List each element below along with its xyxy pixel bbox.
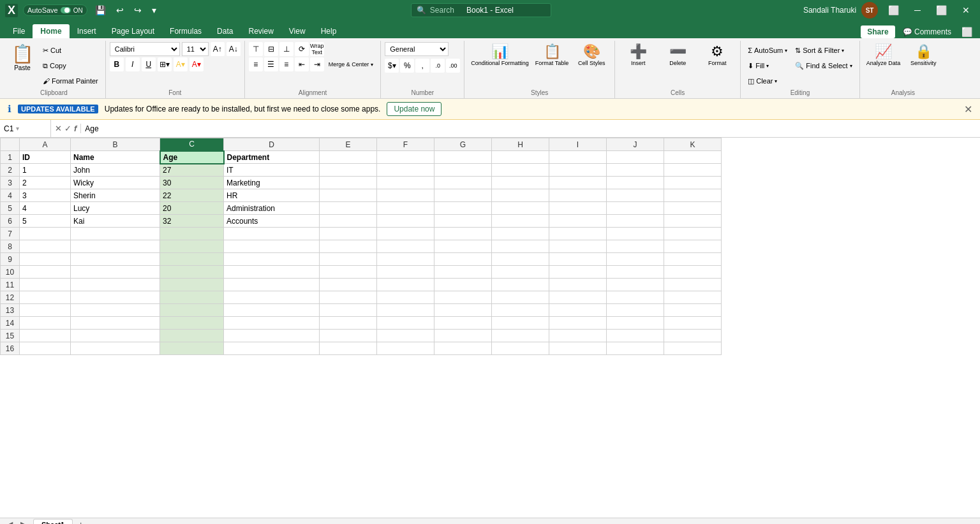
cell-A8[interactable] bbox=[20, 240, 71, 253]
cell-D2[interactable]: IT bbox=[224, 164, 320, 177]
cell-H16[interactable] bbox=[492, 342, 549, 355]
cell-D7[interactable] bbox=[224, 228, 320, 240]
cell-K12[interactable] bbox=[664, 291, 722, 304]
cell-C11[interactable] bbox=[160, 279, 224, 291]
cell-A1[interactable]: ID bbox=[20, 151, 71, 164]
cell-B12[interactable] bbox=[71, 291, 160, 304]
update-close-button[interactable]: ✕ bbox=[964, 103, 972, 115]
cell-C10[interactable] bbox=[160, 266, 224, 279]
cell-I6[interactable] bbox=[549, 215, 607, 228]
cell-K16[interactable] bbox=[664, 342, 722, 355]
cell-B16[interactable] bbox=[71, 342, 160, 355]
cell-B2[interactable]: John bbox=[71, 164, 160, 177]
cell-D9[interactable] bbox=[224, 253, 320, 266]
cell-G6[interactable] bbox=[434, 215, 492, 228]
align-right-button[interactable]: ≡ bbox=[279, 57, 293, 71]
cell-F3[interactable] bbox=[377, 177, 434, 189]
format-cells-button[interactable]: ⚙ Format bbox=[698, 42, 736, 68]
cell-D10[interactable] bbox=[224, 266, 320, 279]
cell-J3[interactable] bbox=[607, 177, 664, 189]
cell-B15[interactable] bbox=[71, 330, 160, 342]
cancel-formula-button[interactable]: ✕ bbox=[55, 124, 62, 133]
tab-page-layout[interactable]: Page Layout bbox=[104, 24, 162, 38]
cell-D11[interactable] bbox=[224, 279, 320, 291]
cell-H14[interactable] bbox=[492, 317, 549, 330]
cell-F16[interactable] bbox=[377, 342, 434, 355]
cell-E11[interactable] bbox=[320, 279, 377, 291]
cell-I5[interactable] bbox=[549, 202, 607, 215]
fill-color-button[interactable]: A▾ bbox=[174, 57, 188, 71]
cell-K5[interactable] bbox=[664, 202, 722, 215]
cell-H1[interactable] bbox=[492, 151, 549, 164]
row-number-6[interactable]: 6 bbox=[1, 215, 20, 228]
row-number-1[interactable]: 1 bbox=[1, 151, 20, 164]
cell-I9[interactable] bbox=[549, 253, 607, 266]
align-top-button[interactable]: ⊤ bbox=[249, 42, 263, 56]
cell-F4[interactable] bbox=[377, 189, 434, 202]
align-left-button[interactable]: ≡ bbox=[249, 57, 263, 71]
cell-J6[interactable] bbox=[607, 215, 664, 228]
decrease-decimal-button[interactable]: .00 bbox=[446, 59, 460, 73]
row-number-2[interactable]: 2 bbox=[1, 164, 20, 177]
insert-cells-button[interactable]: ➕ Insert bbox=[619, 42, 657, 68]
cell-C12[interactable] bbox=[160, 291, 224, 304]
user-avatar[interactable]: ST bbox=[861, 2, 878, 18]
cell-C9[interactable] bbox=[160, 253, 224, 266]
cell-B14[interactable] bbox=[71, 317, 160, 330]
col-header-h[interactable]: H bbox=[492, 138, 549, 151]
cell-K11[interactable] bbox=[664, 279, 722, 291]
cell-C8[interactable] bbox=[160, 240, 224, 253]
cell-E2[interactable] bbox=[320, 164, 377, 177]
insert-function-button[interactable]: f bbox=[74, 124, 77, 133]
col-header-d[interactable]: D bbox=[224, 138, 320, 151]
currency-button[interactable]: $▾ bbox=[385, 59, 399, 73]
cell-D5[interactable]: Administration bbox=[224, 202, 320, 215]
cell-A6[interactable]: 5 bbox=[20, 215, 71, 228]
cell-C14[interactable] bbox=[160, 317, 224, 330]
cell-K13[interactable] bbox=[664, 304, 722, 317]
cell-I2[interactable] bbox=[549, 164, 607, 177]
cell-E3[interactable] bbox=[320, 177, 377, 189]
cell-K9[interactable] bbox=[664, 253, 722, 266]
cell-E13[interactable] bbox=[320, 304, 377, 317]
border-button[interactable]: ⊞▾ bbox=[158, 57, 172, 71]
scroll-sheets-left-button[interactable]: ◀ bbox=[3, 519, 15, 524]
save-button[interactable]: 💾 bbox=[93, 4, 108, 17]
row-number-5[interactable]: 5 bbox=[1, 202, 20, 215]
cell-J11[interactable] bbox=[607, 279, 664, 291]
cell-G14[interactable] bbox=[434, 317, 492, 330]
format-table-button[interactable]: 📋 Format Table bbox=[533, 42, 571, 68]
cell-A13[interactable] bbox=[20, 304, 71, 317]
row-number-7[interactable]: 7 bbox=[1, 228, 20, 240]
cell-K2[interactable] bbox=[664, 164, 722, 177]
cell-G16[interactable] bbox=[434, 342, 492, 355]
cell-H11[interactable] bbox=[492, 279, 549, 291]
cell-F8[interactable] bbox=[377, 240, 434, 253]
cell-E10[interactable] bbox=[320, 266, 377, 279]
cut-button[interactable]: ✂ Cut bbox=[40, 43, 101, 57]
col-header-i[interactable]: I bbox=[549, 138, 607, 151]
tab-home[interactable]: Home bbox=[33, 24, 69, 38]
cell-B3[interactable]: Wicky bbox=[71, 177, 160, 189]
orientation-button[interactable]: ⟳ bbox=[295, 42, 309, 56]
cell-I1[interactable] bbox=[549, 151, 607, 164]
cell-J2[interactable] bbox=[607, 164, 664, 177]
format-painter-button[interactable]: 🖌 Format Painter bbox=[40, 74, 101, 88]
font-color-button[interactable]: A▾ bbox=[189, 57, 204, 71]
cell-C16[interactable] bbox=[160, 342, 224, 355]
col-header-c[interactable]: C bbox=[160, 138, 224, 151]
cell-A2[interactable]: 1 bbox=[20, 164, 71, 177]
cell-H6[interactable] bbox=[492, 215, 549, 228]
cell-B8[interactable] bbox=[71, 240, 160, 253]
cell-K7[interactable] bbox=[664, 228, 722, 240]
cell-G2[interactable] bbox=[434, 164, 492, 177]
restore-down-button[interactable]: ⬜ bbox=[883, 5, 904, 15]
cell-reference-box[interactable]: C1 ▾ bbox=[0, 120, 51, 137]
update-now-button[interactable]: Update now bbox=[387, 102, 442, 116]
cell-A4[interactable]: 3 bbox=[20, 189, 71, 202]
cell-I4[interactable] bbox=[549, 189, 607, 202]
cell-G4[interactable] bbox=[434, 189, 492, 202]
cell-F14[interactable] bbox=[377, 317, 434, 330]
bold-button[interactable]: B bbox=[110, 57, 124, 71]
formula-input[interactable] bbox=[81, 124, 980, 133]
